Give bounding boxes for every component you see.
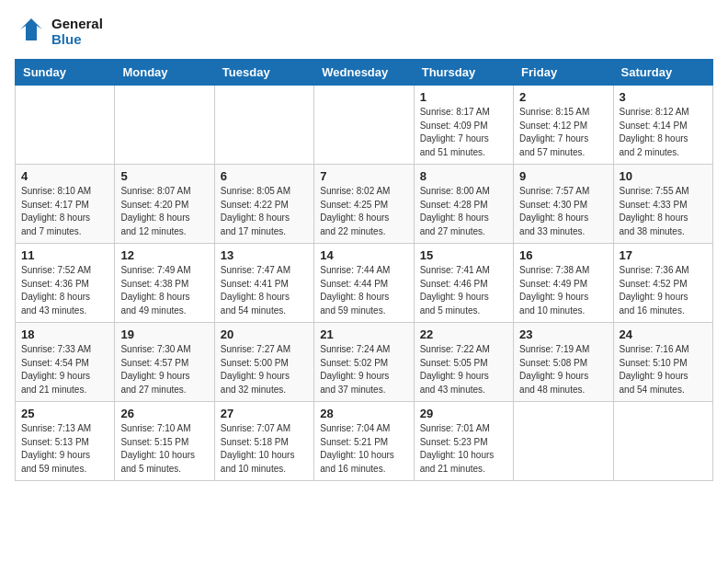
calendar-cell: 24Sunrise: 7:16 AM Sunset: 5:10 PM Dayli… <box>613 323 712 402</box>
header-day-saturday: Saturday <box>613 60 712 86</box>
day-number: 6 <box>221 169 308 183</box>
day-number: 2 <box>519 90 607 104</box>
day-info: Sunrise: 7:33 AM Sunset: 4:54 PM Dayligh… <box>21 343 108 396</box>
week-row-4: 25Sunrise: 7:13 AM Sunset: 5:13 PM Dayli… <box>16 402 713 481</box>
calendar-cell: 14Sunrise: 7:44 AM Sunset: 4:44 PM Dayli… <box>314 244 414 323</box>
calendar-cell: 3Sunrise: 8:12 AM Sunset: 4:14 PM Daylig… <box>613 86 712 165</box>
page-header: General Blue <box>15 15 713 48</box>
day-number: 7 <box>320 169 407 183</box>
logo-bird-icon <box>15 15 48 48</box>
day-number: 25 <box>21 407 108 420</box>
day-info: Sunrise: 7:38 AM Sunset: 4:49 PM Dayligh… <box>519 264 607 317</box>
day-number: 4 <box>21 169 108 183</box>
calendar-cell: 16Sunrise: 7:38 AM Sunset: 4:49 PM Dayli… <box>514 244 613 323</box>
calendar-cell: 19Sunrise: 7:30 AM Sunset: 4:57 PM Dayli… <box>115 323 214 402</box>
day-info: Sunrise: 7:24 AM Sunset: 5:02 PM Dayligh… <box>320 343 407 396</box>
day-info: Sunrise: 8:05 AM Sunset: 4:22 PM Dayligh… <box>221 185 308 238</box>
day-info: Sunrise: 7:55 AM Sunset: 4:33 PM Dayligh… <box>620 185 707 238</box>
calendar-cell: 8Sunrise: 8:00 AM Sunset: 4:28 PM Daylig… <box>414 165 513 244</box>
day-info: Sunrise: 7:49 AM Sunset: 4:38 PM Dayligh… <box>120 264 208 317</box>
day-number: 17 <box>620 248 707 262</box>
day-info: Sunrise: 8:15 AM Sunset: 4:12 PM Dayligh… <box>519 106 607 159</box>
day-number: 26 <box>120 407 208 420</box>
logo: General Blue <box>15 15 103 48</box>
svg-marker-0 <box>20 18 42 40</box>
calendar-cell: 2Sunrise: 8:15 AM Sunset: 4:12 PM Daylig… <box>514 86 613 165</box>
calendar-cell: 6Sunrise: 8:05 AM Sunset: 4:22 PM Daylig… <box>214 165 313 244</box>
day-number: 15 <box>420 248 507 262</box>
day-info: Sunrise: 8:02 AM Sunset: 4:25 PM Dayligh… <box>320 185 407 238</box>
calendar-cell: 27Sunrise: 7:07 AM Sunset: 5:18 PM Dayli… <box>214 402 313 481</box>
day-number: 22 <box>420 327 507 341</box>
header-day-tuesday: Tuesday <box>214 60 313 86</box>
day-info: Sunrise: 8:00 AM Sunset: 4:28 PM Dayligh… <box>420 185 507 238</box>
calendar-cell <box>115 86 214 165</box>
calendar-cell <box>16 86 115 165</box>
day-number: 1 <box>420 90 507 104</box>
day-info: Sunrise: 7:19 AM Sunset: 5:08 PM Dayligh… <box>519 343 607 396</box>
header-day-sunday: Sunday <box>16 60 115 86</box>
day-info: Sunrise: 8:10 AM Sunset: 4:17 PM Dayligh… <box>21 185 108 238</box>
calendar-cell: 7Sunrise: 8:02 AM Sunset: 4:25 PM Daylig… <box>314 165 414 244</box>
day-number: 12 <box>120 248 208 262</box>
week-row-2: 11Sunrise: 7:52 AM Sunset: 4:36 PM Dayli… <box>16 244 713 323</box>
calendar-cell: 17Sunrise: 7:36 AM Sunset: 4:52 PM Dayli… <box>613 244 712 323</box>
calendar-cell <box>514 402 613 481</box>
calendar-cell: 20Sunrise: 7:27 AM Sunset: 5:00 PM Dayli… <box>214 323 313 402</box>
day-number: 27 <box>221 407 308 420</box>
calendar-cell: 22Sunrise: 7:22 AM Sunset: 5:05 PM Dayli… <box>414 323 513 402</box>
calendar-cell: 9Sunrise: 7:57 AM Sunset: 4:30 PM Daylig… <box>514 165 613 244</box>
calendar-cell: 21Sunrise: 7:24 AM Sunset: 5:02 PM Dayli… <box>314 323 414 402</box>
day-info: Sunrise: 8:12 AM Sunset: 4:14 PM Dayligh… <box>620 106 707 159</box>
header-day-wednesday: Wednesday <box>314 60 414 86</box>
day-info: Sunrise: 7:22 AM Sunset: 5:05 PM Dayligh… <box>420 343 507 396</box>
day-number: 21 <box>320 327 407 341</box>
day-number: 18 <box>21 327 108 341</box>
day-info: Sunrise: 7:44 AM Sunset: 4:44 PM Dayligh… <box>320 264 407 317</box>
day-info: Sunrise: 7:47 AM Sunset: 4:41 PM Dayligh… <box>221 264 308 317</box>
calendar-cell: 15Sunrise: 7:41 AM Sunset: 4:46 PM Dayli… <box>414 244 513 323</box>
day-number: 16 <box>519 248 607 262</box>
day-number: 14 <box>320 248 407 262</box>
calendar-cell: 10Sunrise: 7:55 AM Sunset: 4:33 PM Dayli… <box>613 165 712 244</box>
calendar-cell: 28Sunrise: 7:04 AM Sunset: 5:21 PM Dayli… <box>314 402 414 481</box>
day-number: 11 <box>21 248 108 262</box>
week-row-0: 1Sunrise: 8:17 AM Sunset: 4:09 PM Daylig… <box>16 86 713 165</box>
day-number: 19 <box>120 327 208 341</box>
week-row-3: 18Sunrise: 7:33 AM Sunset: 4:54 PM Dayli… <box>16 323 713 402</box>
header-row: SundayMondayTuesdayWednesdayThursdayFrid… <box>16 60 713 86</box>
day-number: 3 <box>620 90 707 104</box>
calendar-body: 1Sunrise: 8:17 AM Sunset: 4:09 PM Daylig… <box>16 86 713 481</box>
day-info: Sunrise: 7:01 AM Sunset: 5:23 PM Dayligh… <box>420 422 507 476</box>
logo-line1: General <box>51 16 103 31</box>
day-info: Sunrise: 7:52 AM Sunset: 4:36 PM Dayligh… <box>21 264 108 317</box>
day-number: 29 <box>420 407 507 420</box>
logo-line2: Blue <box>51 31 103 47</box>
day-info: Sunrise: 7:16 AM Sunset: 5:10 PM Dayligh… <box>620 343 707 396</box>
day-number: 10 <box>620 169 707 183</box>
calendar-cell: 25Sunrise: 7:13 AM Sunset: 5:13 PM Dayli… <box>16 402 115 481</box>
calendar-cell: 5Sunrise: 8:07 AM Sunset: 4:20 PM Daylig… <box>115 165 214 244</box>
calendar-cell: 18Sunrise: 7:33 AM Sunset: 4:54 PM Dayli… <box>16 323 115 402</box>
calendar-cell: 29Sunrise: 7:01 AM Sunset: 5:23 PM Dayli… <box>414 402 513 481</box>
calendar-cell: 4Sunrise: 8:10 AM Sunset: 4:17 PM Daylig… <box>16 165 115 244</box>
day-number: 23 <box>519 327 607 341</box>
day-number: 24 <box>620 327 707 341</box>
day-info: Sunrise: 7:57 AM Sunset: 4:30 PM Dayligh… <box>519 185 607 238</box>
calendar-cell: 12Sunrise: 7:49 AM Sunset: 4:38 PM Dayli… <box>115 244 214 323</box>
day-number: 9 <box>519 169 607 183</box>
day-info: Sunrise: 7:13 AM Sunset: 5:13 PM Dayligh… <box>21 422 108 476</box>
header-day-thursday: Thursday <box>414 60 513 86</box>
calendar-cell: 26Sunrise: 7:10 AM Sunset: 5:15 PM Dayli… <box>115 402 214 481</box>
header-day-friday: Friday <box>514 60 613 86</box>
day-number: 13 <box>221 248 308 262</box>
day-info: Sunrise: 7:36 AM Sunset: 4:52 PM Dayligh… <box>620 264 707 317</box>
day-number: 28 <box>320 407 407 420</box>
calendar-cell: 23Sunrise: 7:19 AM Sunset: 5:08 PM Dayli… <box>514 323 613 402</box>
day-info: Sunrise: 8:17 AM Sunset: 4:09 PM Dayligh… <box>420 106 507 159</box>
day-number: 8 <box>420 169 507 183</box>
calendar-cell: 1Sunrise: 8:17 AM Sunset: 4:09 PM Daylig… <box>414 86 513 165</box>
day-info: Sunrise: 7:07 AM Sunset: 5:18 PM Dayligh… <box>221 422 308 476</box>
week-row-1: 4Sunrise: 8:10 AM Sunset: 4:17 PM Daylig… <box>16 165 713 244</box>
day-info: Sunrise: 7:04 AM Sunset: 5:21 PM Dayligh… <box>320 422 407 476</box>
